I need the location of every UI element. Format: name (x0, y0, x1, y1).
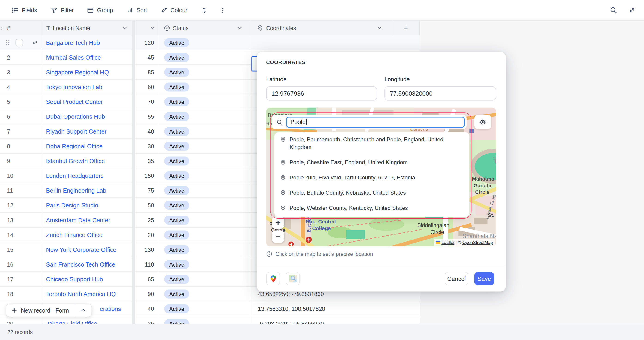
map-search-input[interactable]: Poole (286, 116, 464, 128)
row-number-cell[interactable]: 2 (0, 50, 42, 65)
location-name-link[interactable]: Tokyo Innovation Lab (46, 84, 102, 90)
location-name-link[interactable]: Doha Regional Office (46, 143, 102, 150)
value-cell[interactable]: 40 (135, 124, 158, 139)
leaflet-link[interactable]: Leaflet (442, 240, 454, 244)
row-number-cell[interactable]: 9 (0, 154, 42, 168)
open-openstreetmap-button[interactable] (286, 272, 300, 286)
value-cell[interactable]: 55 (135, 109, 158, 124)
chevron-down-icon[interactable] (238, 27, 242, 29)
value-cell[interactable]: 120 (135, 35, 158, 50)
status-cell[interactable]: Active (158, 287, 252, 302)
search-result-item[interactable]: Poole, Bournemouth, Christchurch and Poo… (280, 136, 464, 151)
value-cell[interactable]: 130 (135, 242, 158, 257)
search-result-item[interactable]: Poole, Cheshire East, England, United Ki… (280, 158, 464, 166)
longitude-input[interactable] (384, 86, 496, 100)
status-cell[interactable]: Active (158, 154, 252, 168)
location-name-cell[interactable]: Berlin Engineering Lab (42, 183, 132, 198)
status-cell[interactable]: Active (158, 272, 252, 287)
location-name-cell[interactable]: Mumbai Sales Office (42, 50, 132, 65)
location-name-cell[interactable]: Zurich Finance Office (42, 228, 132, 242)
status-cell[interactable]: Active (158, 80, 252, 94)
value-cell[interactable]: 90 (135, 287, 158, 302)
leaflet-map[interactable]: BangaloreRoGardensoreCircleStn., Central… (266, 108, 496, 246)
status-cell[interactable]: Active (158, 124, 252, 139)
filter-button[interactable]: Filter (50, 6, 74, 14)
value-cell[interactable]: 25 (135, 316, 158, 324)
status-cell[interactable]: Active (158, 257, 252, 272)
status-cell[interactable]: Active (158, 35, 252, 50)
search-result-item[interactable]: Poole, Buffalo County, Nebraska, United … (280, 189, 464, 197)
status-cell[interactable]: Active (158, 228, 252, 242)
location-name-link[interactable]: Jakarta Field Office (46, 320, 97, 324)
chevron-down-icon[interactable] (123, 27, 127, 29)
status-cell[interactable]: Active (158, 183, 252, 198)
row-checkbox[interactable] (16, 39, 23, 46)
header-status[interactable]: Status (158, 20, 252, 35)
location-name-cell[interactable]: Tokyo Innovation Lab (42, 80, 132, 94)
header-location-name[interactable]: T Location Name (42, 20, 132, 35)
location-name-cell[interactable]: Paris Design Studio (42, 198, 132, 213)
location-name-link[interactable]: Dubai Operations Hub (46, 114, 105, 120)
location-name-link[interactable]: San Francisco Tech Office (46, 261, 115, 268)
value-cell[interactable]: 45 (135, 50, 158, 65)
row-number-cell[interactable]: 15 (0, 242, 42, 257)
location-name-cell[interactable]: Chicago Support Hub (42, 272, 132, 287)
location-name-link[interactable]: Toronto North America HQ (46, 291, 116, 297)
expand-view-button[interactable] (627, 4, 637, 15)
location-name-cell[interactable]: San Francisco Tech Office (42, 257, 132, 272)
row-number-cell[interactable]: 10 (0, 168, 42, 183)
frozen-column-divider[interactable] (132, 20, 135, 324)
row-number-cell[interactable]: 13 (0, 213, 42, 228)
location-name-link[interactable]: Bangalore Tech Hub (46, 40, 100, 46)
group-button[interactable]: Group (87, 6, 113, 14)
location-name-cell[interactable]: London Headquarters (42, 168, 132, 183)
value-cell[interactable]: 30 (135, 139, 158, 154)
header-coordinates[interactable]: Coordinates (251, 20, 392, 35)
map-zoom-out-button[interactable]: − (272, 230, 284, 242)
row-number-cell[interactable]: 18 (0, 287, 42, 302)
location-name-cell[interactable]: New York Corporate Office (42, 242, 132, 257)
status-cell[interactable]: Active (158, 109, 252, 124)
status-cell[interactable]: Active (158, 94, 252, 109)
locate-me-button[interactable] (474, 114, 491, 129)
value-cell[interactable]: 20 (135, 228, 158, 242)
coordinates-cell[interactable]: 13.7563310; 100.5017620 (251, 302, 392, 316)
search-result-item[interactable]: Poole, Webster County, Kentucky, United … (280, 204, 464, 212)
status-cell[interactable]: Active (158, 302, 252, 316)
location-name-link[interactable]: Berlin Engineering Lab (46, 187, 106, 194)
location-name-cell[interactable]: Seoul Product Center (42, 94, 132, 109)
search-result-item[interactable]: Poole küla, Elva vald, Tartu County, 612… (280, 174, 464, 182)
value-cell[interactable]: 85 (135, 65, 158, 80)
location-name-link[interactable]: London Headquarters (46, 172, 104, 179)
location-name-cell[interactable]: Doha Regional Office (42, 139, 132, 154)
row-number-cell[interactable]: 4 (0, 80, 42, 94)
status-cell[interactable]: Active (158, 139, 252, 154)
coordinates-cell[interactable] (251, 35, 392, 50)
location-name-link[interactable]: New York Corporate Office (46, 246, 116, 253)
row-number-cell[interactable]: 11 (0, 183, 42, 198)
status-cell[interactable]: Active (158, 316, 252, 324)
value-cell[interactable]: 50 (135, 198, 158, 213)
drag-handle-icon[interactable] (6, 40, 10, 46)
location-name-link[interactable]: Chicago Support Hub (46, 276, 103, 282)
openstreetmap-link[interactable]: OpenStreetMap (462, 240, 493, 244)
row-number-cell[interactable]: 16 (0, 257, 42, 272)
value-cell[interactable]: 40 (135, 302, 158, 316)
header-row-number[interactable]: # (0, 20, 42, 35)
location-name-link[interactable]: Istanbul Growth Office (46, 158, 105, 164)
status-cell[interactable]: Active (158, 50, 252, 65)
row-number-cell[interactable]: 6 (0, 109, 42, 124)
row-number-cell[interactable]: 12 (0, 198, 42, 213)
latitude-input[interactable] (266, 86, 377, 100)
location-name-cell[interactable]: Amsterdam Data Center (42, 213, 132, 228)
value-cell[interactable]: 110 (135, 257, 158, 272)
location-name-cell[interactable]: Jakarta Field Office (42, 316, 132, 324)
location-name-link[interactable]: Riyadh Support Center (46, 128, 106, 135)
colour-button[interactable]: Colour (160, 6, 188, 14)
chevron-down-icon[interactable] (150, 27, 154, 29)
value-cell[interactable]: 150 (135, 168, 158, 183)
search-button[interactable] (608, 4, 618, 15)
save-button[interactable]: Save (474, 272, 494, 286)
location-name-cell[interactable]: Singapore Regional HQ (42, 65, 132, 80)
chevron-down-icon[interactable] (378, 27, 382, 29)
